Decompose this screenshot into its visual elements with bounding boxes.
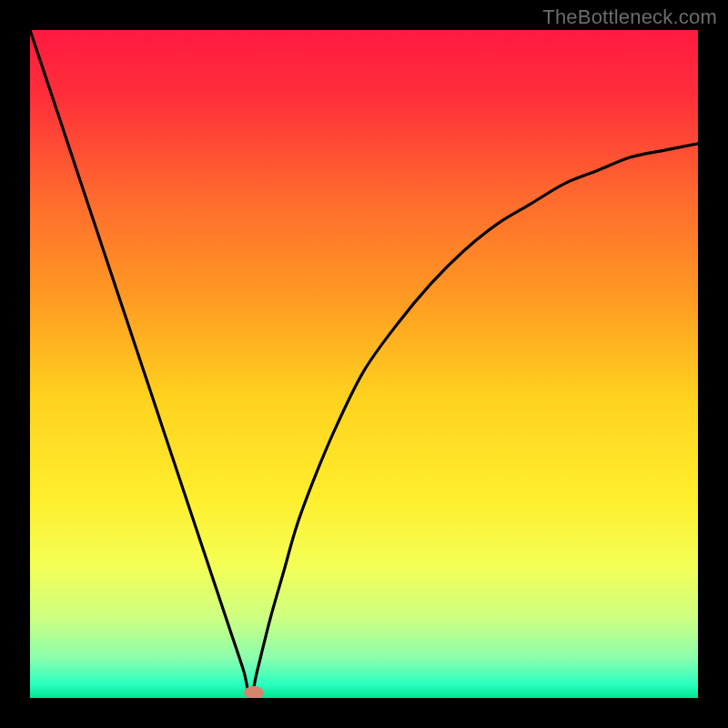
plot-area bbox=[30, 30, 698, 698]
chart-frame: TheBottleneck.com bbox=[0, 0, 728, 728]
watermark-text: TheBottleneck.com bbox=[542, 5, 717, 29]
gradient-background bbox=[30, 30, 698, 698]
plot-svg bbox=[30, 30, 698, 698]
